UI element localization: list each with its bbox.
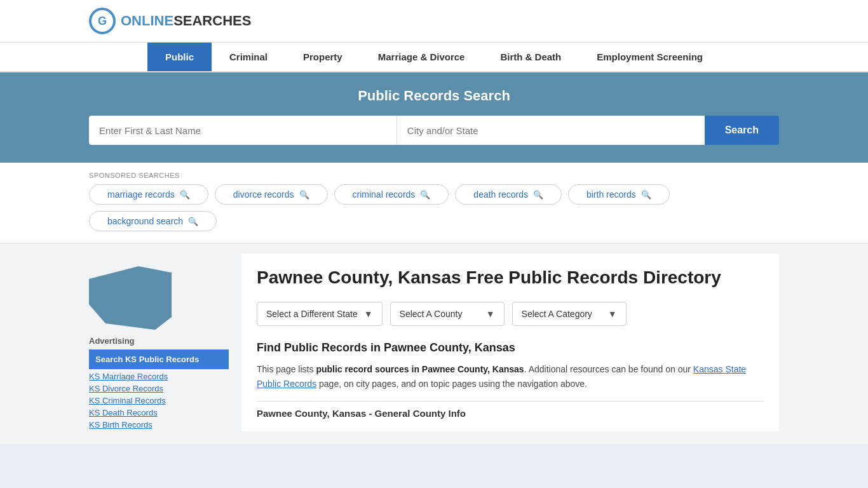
pill-label: background search bbox=[107, 216, 183, 226]
search-icon: 🔍 bbox=[180, 190, 190, 200]
county-info-title: Pawnee County, Kansas - General County I… bbox=[257, 408, 764, 419]
nav-public[interactable]: Public bbox=[147, 43, 212, 71]
nav-employment[interactable]: Employment Screening bbox=[579, 43, 721, 71]
sidebar-link-birth[interactable]: KS Birth Records bbox=[89, 419, 229, 431]
pill-label: criminal records bbox=[353, 189, 416, 200]
category-dropdown[interactable]: Select A Category ▼ bbox=[512, 302, 627, 326]
sponsored-label: SPONSORED SEARCHES bbox=[0, 172, 868, 179]
site-header: ONLINESEARCHES bbox=[0, 0, 868, 43]
sidebar: Advertising Search KS Public Records KS … bbox=[89, 254, 229, 431]
nav-marriage-divorce[interactable]: Marriage & Divorce bbox=[360, 43, 483, 71]
pill-label: death records bbox=[473, 189, 528, 200]
section-title: Find Public Records in Pawnee County, Ka… bbox=[257, 341, 764, 355]
logo-text: ONLINESEARCHES bbox=[121, 13, 251, 29]
logo-icon bbox=[89, 8, 116, 34]
sidebar-link-criminal[interactable]: KS Criminal Records bbox=[89, 395, 229, 407]
sponsored-pills: marriage records 🔍 divorce records 🔍 cri… bbox=[0, 184, 868, 238]
search-icon: 🔍 bbox=[188, 217, 198, 226]
pill-birth-records[interactable]: birth records 🔍 bbox=[568, 184, 670, 205]
chevron-down-icon: ▼ bbox=[486, 309, 495, 319]
sidebar-link-divorce[interactable]: KS Divorce Records bbox=[89, 383, 229, 395]
search-icon: 🔍 bbox=[641, 190, 651, 200]
sidebar-ad-active[interactable]: Search KS Public Records bbox=[89, 349, 229, 369]
search-button[interactable]: Search bbox=[705, 116, 779, 145]
sponsored-section: SPONSORED SEARCHES marriage records 🔍 di… bbox=[0, 163, 868, 243]
search-banner-title: Public Records Search bbox=[89, 88, 779, 104]
state-dropdown-label: Select a Different State bbox=[266, 309, 358, 319]
pill-background-search[interactable]: background search 🔍 bbox=[89, 211, 217, 231]
search-icon: 🔍 bbox=[533, 190, 543, 200]
logo[interactable]: ONLINESEARCHES bbox=[89, 8, 251, 34]
pill-label: birth records bbox=[587, 189, 636, 200]
name-input[interactable] bbox=[89, 116, 397, 145]
search-icon: 🔍 bbox=[299, 190, 309, 200]
pill-label: marriage records bbox=[107, 189, 175, 200]
kansas-map-icon bbox=[89, 266, 172, 330]
sidebar-link-death[interactable]: KS Death Records bbox=[89, 407, 229, 419]
state-dropdown[interactable]: Select a Different State ▼ bbox=[257, 302, 383, 326]
nav-birth-death[interactable]: Birth & Death bbox=[482, 43, 579, 71]
category-dropdown-label: Select A Category bbox=[522, 309, 592, 319]
county-dropdown[interactable]: Select A County ▼ bbox=[390, 302, 505, 326]
county-dropdown-label: Select A County bbox=[400, 309, 463, 319]
pill-marriage-records[interactable]: marriage records 🔍 bbox=[89, 184, 208, 205]
body-text: This page lists public record sources in… bbox=[257, 362, 764, 391]
pill-divorce-records[interactable]: divorce records 🔍 bbox=[215, 184, 328, 205]
nav-criminal[interactable]: Criminal bbox=[212, 43, 285, 71]
search-icon: 🔍 bbox=[420, 190, 430, 200]
sidebar-map-area bbox=[89, 254, 229, 336]
main-content: Pawnee County, Kansas Free Public Record… bbox=[241, 254, 779, 431]
chevron-down-icon: ▼ bbox=[608, 309, 617, 319]
location-input[interactable] bbox=[397, 116, 705, 145]
sidebar-link-marriage[interactable]: KS Marriage Records bbox=[89, 370, 229, 383]
pill-death-records[interactable]: death records 🔍 bbox=[455, 184, 562, 205]
main-nav: Public Criminal Property Marriage & Divo… bbox=[0, 43, 868, 72]
pill-label: divorce records bbox=[233, 189, 294, 200]
advertising-label: Advertising bbox=[89, 336, 229, 346]
pill-criminal-records[interactable]: criminal records 🔍 bbox=[334, 184, 449, 205]
dropdowns-row: Select a Different State ▼ Select A Coun… bbox=[257, 302, 764, 326]
search-banner: Public Records Search Search bbox=[0, 72, 868, 163]
nav-property[interactable]: Property bbox=[285, 43, 360, 71]
advertising-section: Advertising Search KS Public Records KS … bbox=[89, 336, 229, 431]
page-title: Pawnee County, Kansas Free Public Record… bbox=[257, 266, 764, 289]
divider bbox=[257, 401, 764, 402]
content-wrapper: Advertising Search KS Public Records KS … bbox=[0, 243, 868, 444]
search-form: Search bbox=[89, 116, 779, 145]
chevron-down-icon: ▼ bbox=[364, 309, 373, 319]
